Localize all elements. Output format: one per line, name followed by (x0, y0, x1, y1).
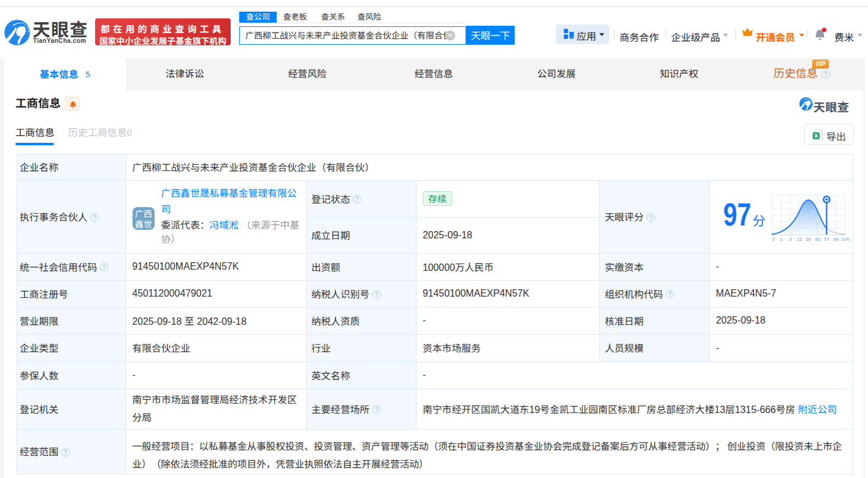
svg-text:50: 50 (806, 236, 812, 241)
svg-text:85: 85 (815, 236, 820, 241)
svg-text:1: 1 (780, 236, 783, 241)
svg-text:99: 99 (833, 236, 839, 241)
svg-text:100: 100 (841, 236, 850, 241)
svg-text:97: 97 (824, 236, 829, 241)
svg-text:0: 0 (772, 236, 775, 241)
svg-text:3: 3 (789, 236, 792, 241)
svg-text:15: 15 (797, 236, 802, 241)
